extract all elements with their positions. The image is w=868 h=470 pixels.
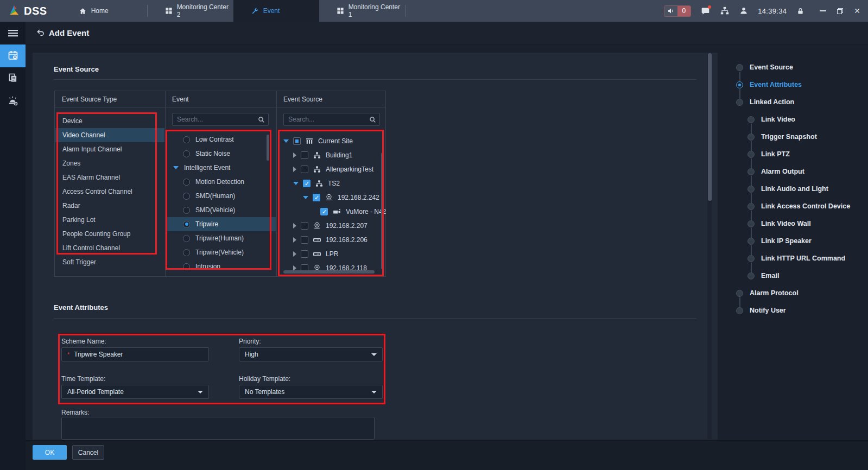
tree-vertical-scrollbar[interactable] [381,153,384,269]
radio-button[interactable] [183,263,190,270]
user-icon[interactable] [739,7,748,15]
tree-node-192-168-2-207[interactable]: 192.168.2.207 [293,219,368,233]
checkbox[interactable] [301,151,308,159]
radio-button[interactable] [183,207,190,214]
tree-node-192-168-2-242[interactable]: 192.168.2.242 [303,190,379,205]
step-link-http-url-command[interactable]: Link HTTP URL Command [761,255,845,262]
step-event-attributes[interactable]: Event Attributes [750,81,802,88]
tab-monitoring-center-2[interactable]: Monitoring Center 2 [148,0,233,22]
priority-select[interactable]: High [239,347,383,361]
source-type-people-counting-group[interactable]: People Counting Group [55,227,164,241]
checkbox[interactable] [293,137,301,145]
event-option-low-contrast[interactable]: Low Contrast [166,132,276,147]
step-dot-alarm-protocol[interactable] [736,290,743,297]
sitemap-icon[interactable] [720,6,730,16]
cancel-button[interactable]: Cancel [72,445,104,460]
search-icon[interactable] [258,116,265,123]
step-email[interactable]: Email [761,272,779,280]
event-option-smd-human-[interactable]: SMD(Human) [166,189,276,203]
step-dot-link-ip-speaker[interactable] [747,238,755,245]
message-icon[interactable] [701,7,710,16]
step-dot-email[interactable] [747,272,755,280]
event-option-smd-vehicle-[interactable]: SMD(Vehicle) [166,203,276,217]
step-notify-user[interactable]: Notify User [750,307,786,314]
tree-node-allenparkingtest[interactable]: AllenparkingTest [293,162,373,176]
event-option-motion-detection[interactable]: Motion Detection [166,175,276,189]
source-type-device[interactable]: Device [55,114,164,128]
source-type-radar[interactable]: Radar [55,199,164,213]
radio-button[interactable] [183,221,190,228]
step-link-audio-and-light[interactable]: Link Audio and Light [761,185,828,193]
event-option-tripwire-human-[interactable]: Tripwire(Human) [166,231,276,245]
checkbox[interactable] [313,194,320,201]
source-type-access-control-channel[interactable]: Access Control Channel [55,185,164,199]
tree-node-ts2[interactable]: TS2 [293,176,340,190]
radio-button[interactable] [183,249,190,256]
menu-icon[interactable] [0,22,26,45]
step-alarm-output[interactable]: Alarm Output [761,168,804,175]
step-link-video-wall[interactable]: Link Video Wall [761,220,811,227]
tree-node-current-site[interactable]: Current Site [283,134,353,148]
step-dot-alarm-output[interactable] [747,168,755,175]
collapse-arrow-icon[interactable] [293,153,296,158]
remarks-input[interactable] [62,417,374,439]
collapse-arrow-icon[interactable] [293,237,296,243]
step-dot-trigger-snapshot[interactable] [747,134,755,141]
step-trigger-snapshot[interactable]: Trigger Snapshot [761,133,817,141]
radio-button[interactable] [183,179,190,186]
close-button[interactable]: ✕ [854,7,860,15]
tab-home[interactable]: Home [61,0,147,22]
event-list-scrollbar[interactable] [267,135,269,161]
source-type-zones[interactable]: Zones [55,156,164,170]
source-type-eas-alarm-channel[interactable]: EAS Alarm Channel [55,170,164,185]
checkbox[interactable] [301,222,308,230]
source-type-alarm-input-channel[interactable]: Alarm Input Channel [55,142,164,156]
back-icon[interactable] [36,28,45,37]
sound-alarm-indicator[interactable]: 0 [664,5,692,17]
event-option-tripwire[interactable]: Tripwire [166,217,276,231]
step-link-ip-speaker[interactable]: Link IP Speaker [761,237,812,245]
step-dot-link-http-url-command[interactable] [747,255,755,262]
search-icon[interactable] [369,116,376,123]
tab-event[interactable]: Event [233,0,319,22]
tree-node-lpr[interactable]: LPR [293,247,338,261]
checkbox[interactable] [320,208,328,215]
step-dot-link-video[interactable] [747,116,755,123]
tab-monitoring-center-1[interactable]: Monitoring Center 1 [319,0,405,22]
holiday-template-select[interactable]: No Templates [239,385,383,399]
checkbox[interactable] [301,250,308,258]
scheme-name-input[interactable] [74,351,203,358]
radio-button[interactable] [183,193,190,200]
lock-icon[interactable] [796,7,804,15]
step-dot-event-source[interactable] [736,64,743,71]
expand-arrow-icon[interactable] [293,182,299,185]
step-dot-link-ptz[interactable] [747,151,755,158]
radio-button[interactable] [183,150,190,157]
radio-button[interactable] [183,136,190,143]
step-dot-link-audio-and-light[interactable] [747,186,755,193]
collapse-arrow-icon[interactable] [293,251,296,257]
event-option-intrusion[interactable]: Intrusion [166,259,276,274]
panel-scrollbar[interactable] [708,53,712,201]
restore-button[interactable] [837,8,843,14]
source-search-input[interactable] [288,116,369,123]
checkbox[interactable] [303,180,311,187]
expand-arrow-icon[interactable] [173,166,179,169]
event-search-input[interactable] [177,116,258,123]
checkbox[interactable] [301,166,308,173]
tree-node-vumore-n42[interactable]: VuMore - N42 [313,205,386,219]
step-dot-link-video-wall[interactable] [747,220,755,227]
collapse-arrow-icon[interactable] [293,223,296,228]
collapse-arrow-icon[interactable] [293,167,296,172]
minimize-button[interactable] [820,10,826,11]
step-linked-action[interactable]: Linked Action [750,98,794,106]
rail-item-alarm-config[interactable] [0,90,26,113]
expand-arrow-icon[interactable] [303,196,308,199]
step-link-video[interactable]: Link Video [761,116,795,123]
checkbox[interactable] [301,236,308,244]
rail-item-event-config[interactable] [0,45,26,67]
event-option-tripwire-vehicle-[interactable]: Tripwire(Vehicle) [166,245,276,259]
step-link-ptz[interactable]: Link PTZ [761,150,790,158]
source-type-lift-control-channel[interactable]: Lift Control Channel [55,241,164,255]
step-dot-event-attributes[interactable] [736,81,743,88]
